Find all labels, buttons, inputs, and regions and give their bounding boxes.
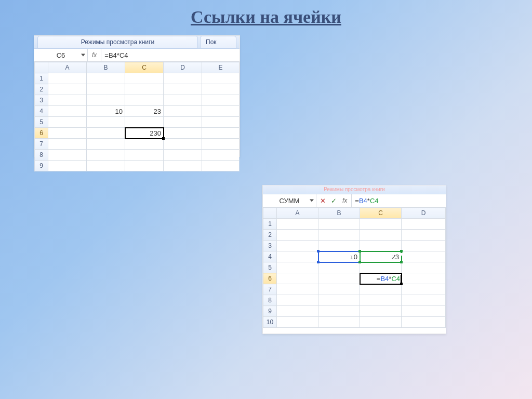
cell-C7[interactable] xyxy=(360,284,402,295)
cell-A9[interactable] xyxy=(48,161,87,171)
cell-C8[interactable] xyxy=(125,150,164,161)
cell-A10[interactable] xyxy=(277,317,318,328)
row-header-2[interactable]: 2 xyxy=(35,84,48,95)
select-all-corner[interactable] xyxy=(35,62,48,73)
cell-A5[interactable] xyxy=(48,117,87,128)
cell-A8[interactable] xyxy=(48,150,87,161)
row-header-7[interactable]: 7 xyxy=(35,139,48,150)
cell-A3[interactable] xyxy=(48,95,87,106)
cell-B2[interactable] xyxy=(87,84,125,95)
cell-E7[interactable] xyxy=(202,139,240,150)
cell-C2[interactable] xyxy=(125,84,164,95)
column-header-c[interactable]: C xyxy=(125,62,164,73)
cell-C1[interactable] xyxy=(125,73,164,84)
row-header-6[interactable]: 6 xyxy=(35,128,48,139)
column-header-a[interactable]: A xyxy=(48,62,87,73)
row-header-3[interactable]: 3 xyxy=(35,95,48,106)
cell-A2[interactable] xyxy=(48,84,87,95)
column-header-b[interactable]: B xyxy=(318,208,360,219)
cell-D4[interactable] xyxy=(164,106,202,117)
cell-D4[interactable] xyxy=(402,251,446,262)
column-header-a[interactable]: A xyxy=(277,208,318,219)
cell-edit-formula[interactable]: =B4*C4 xyxy=(377,275,401,283)
cell-C2[interactable] xyxy=(360,230,402,241)
cell-D3[interactable] xyxy=(402,241,446,251)
cell-E5[interactable] xyxy=(202,117,240,128)
cell-D6[interactable] xyxy=(164,128,202,139)
cell-B6[interactable] xyxy=(318,273,360,284)
cell-A4[interactable] xyxy=(277,251,318,262)
row-header-6[interactable]: 6 xyxy=(263,273,277,284)
cell-C3[interactable] xyxy=(125,95,164,106)
cell-D7[interactable] xyxy=(402,284,446,295)
cell-C9[interactable] xyxy=(360,306,402,317)
row-header-9[interactable]: 9 xyxy=(35,161,48,171)
spreadsheet-grid-2[interactable]: ABCD 1234102356=B4*C478910 xyxy=(263,207,446,328)
cell-C6[interactable]: 230 xyxy=(125,128,164,139)
cell-D8[interactable] xyxy=(402,295,446,306)
cell-B6[interactable] xyxy=(87,128,125,139)
cell-B2[interactable] xyxy=(318,230,360,241)
row-header-4[interactable]: 4 xyxy=(263,251,277,262)
row-header-7[interactable]: 7 xyxy=(263,284,277,295)
cell-C5[interactable] xyxy=(125,117,164,128)
cell-B5[interactable] xyxy=(318,262,360,273)
row-header-1[interactable]: 1 xyxy=(263,219,277,230)
spreadsheet-grid-1[interactable]: ABCDE 1234102356230789 xyxy=(34,62,240,171)
cell-C8[interactable] xyxy=(360,295,402,306)
cell-D7[interactable] xyxy=(164,139,202,150)
cell-B7[interactable] xyxy=(318,284,360,295)
formula-input[interactable]: =B4*C4 xyxy=(101,49,240,61)
cell-E6[interactable] xyxy=(202,128,240,139)
ribbon-tab-truncated[interactable]: Пок xyxy=(200,36,236,48)
row-header-2[interactable]: 2 xyxy=(263,230,277,241)
name-box-dropdown-icon[interactable] xyxy=(310,200,314,202)
cell-C1[interactable] xyxy=(360,219,402,230)
cell-D10[interactable] xyxy=(402,317,446,328)
cell-C4[interactable]: 23 xyxy=(360,251,402,262)
cell-A3[interactable] xyxy=(277,241,318,251)
cell-B4[interactable]: 10 xyxy=(318,251,360,262)
cell-B8[interactable] xyxy=(318,295,360,306)
column-header-d[interactable]: D xyxy=(164,62,202,73)
cell-B4[interactable]: 10 xyxy=(87,106,125,117)
cell-A4[interactable] xyxy=(48,106,87,117)
cell-D5[interactable] xyxy=(164,117,202,128)
cell-B10[interactable] xyxy=(318,317,360,328)
cell-C4[interactable]: 23 xyxy=(125,106,164,117)
cell-A2[interactable] xyxy=(277,230,318,241)
cell-D9[interactable] xyxy=(402,306,446,317)
cell-B5[interactable] xyxy=(87,117,125,128)
row-header-1[interactable]: 1 xyxy=(35,73,48,84)
cell-D3[interactable] xyxy=(164,95,202,106)
cell-D6[interactable] xyxy=(402,273,446,284)
cell-A9[interactable] xyxy=(277,306,318,317)
cell-C9[interactable] xyxy=(125,161,164,171)
cell-B9[interactable] xyxy=(318,306,360,317)
cell-D8[interactable] xyxy=(164,150,202,161)
cell-A7[interactable] xyxy=(277,284,318,295)
row-header-5[interactable]: 5 xyxy=(263,262,277,273)
cell-B8[interactable] xyxy=(87,150,125,161)
cell-E9[interactable] xyxy=(202,161,240,171)
column-header-d[interactable]: D xyxy=(402,208,446,219)
cell-B1[interactable] xyxy=(87,73,125,84)
row-header-3[interactable]: 3 xyxy=(263,241,277,251)
cell-A8[interactable] xyxy=(277,295,318,306)
cell-A7[interactable] xyxy=(48,139,87,150)
cell-E4[interactable] xyxy=(202,106,240,117)
column-header-e[interactable]: E xyxy=(202,62,240,73)
cell-C10[interactable] xyxy=(360,317,402,328)
row-header-8[interactable]: 8 xyxy=(263,295,277,306)
cell-D2[interactable] xyxy=(164,84,202,95)
cell-B7[interactable] xyxy=(87,139,125,150)
name-box-dropdown-icon[interactable] xyxy=(81,54,85,57)
accept-icon[interactable]: ✓ xyxy=(329,197,338,205)
cell-C3[interactable] xyxy=(360,241,402,251)
cell-E2[interactable] xyxy=(202,84,240,95)
cell-D9[interactable] xyxy=(164,161,202,171)
cancel-icon[interactable]: ✕ xyxy=(318,197,327,205)
cell-A1[interactable] xyxy=(277,219,318,230)
formula-input[interactable]: =B4*C4 xyxy=(352,194,446,207)
column-header-c[interactable]: C xyxy=(360,208,402,219)
